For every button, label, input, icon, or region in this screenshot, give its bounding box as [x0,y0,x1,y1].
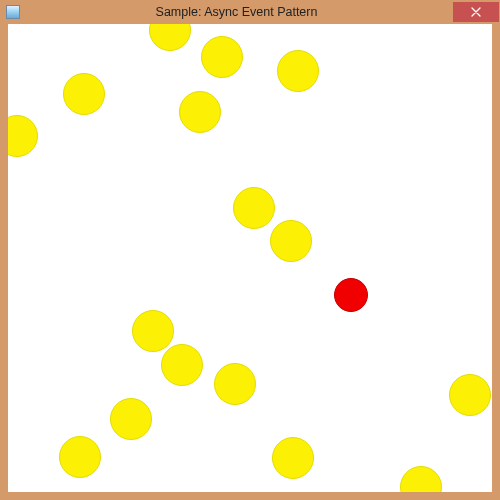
canvas-area[interactable] [8,24,492,492]
yellow-dot[interactable] [201,36,243,78]
app-icon [6,5,20,19]
yellow-dot[interactable] [270,220,312,262]
yellow-dot[interactable] [214,363,256,405]
yellow-dot[interactable] [132,310,174,352]
red-dot[interactable] [334,278,368,312]
yellow-dot[interactable] [277,50,319,92]
app-window: Sample: Async Event Pattern [0,0,500,500]
window-title: Sample: Async Event Pattern [20,5,453,19]
yellow-dot[interactable] [161,344,203,386]
yellow-dot[interactable] [59,436,101,478]
close-icon [471,7,481,17]
yellow-dot[interactable] [110,398,152,440]
yellow-dot[interactable] [400,466,442,492]
yellow-dot[interactable] [63,73,105,115]
yellow-dot[interactable] [449,374,491,416]
yellow-dot[interactable] [272,437,314,479]
yellow-dot[interactable] [233,187,275,229]
yellow-dot[interactable] [8,115,38,157]
titlebar[interactable]: Sample: Async Event Pattern [0,0,500,24]
close-button[interactable] [453,2,499,22]
yellow-dot[interactable] [179,91,221,133]
yellow-dot[interactable] [149,24,191,51]
